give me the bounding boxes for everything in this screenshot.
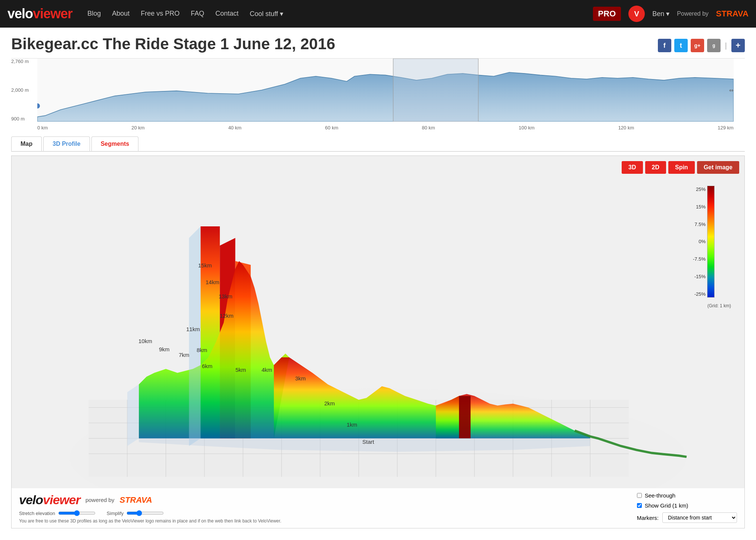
sliders-area: Stretch elevation Simplify — [19, 510, 281, 516]
y-label-min: 900 m — [11, 116, 37, 122]
bottom-veloviewer-logo: veloviewer — [19, 493, 80, 507]
social-bar: f t g+ g | + — [658, 39, 745, 52]
see-through-label: See-through — [645, 492, 676, 499]
scale-15p: 15% — [696, 204, 706, 210]
markers-label: Markers: — [637, 515, 659, 521]
main-content: Bikegear.cc The Ride Stage 1 June 12, 20… — [0, 28, 756, 536]
show-grid-checkbox[interactable] — [637, 503, 642, 508]
nav-faq[interactable]: FAQ — [191, 10, 204, 18]
3d-view-container: None 3D 2D Spin Get image — [11, 156, 745, 528]
scale-0: 0% — [699, 239, 706, 244]
3d-controls: 3D 2D Spin Get image — [622, 161, 739, 174]
nav-links: Blog About Free vs PRO FAQ Contact Cool … — [87, 10, 593, 18]
legal-text: You are free to use these 3D profiles as… — [19, 518, 281, 524]
3d-scene[interactable]: 15km 14km 13km 12km 11km 10km 9km 7km 8k… — [12, 156, 744, 528]
bottom-bar: veloviewer powered by STRAVA Stretch ele… — [12, 488, 744, 528]
stretch-slider-group: Stretch elevation — [19, 510, 96, 516]
stretch-slider[interactable] — [58, 510, 96, 516]
scale-m7p5: -7.5% — [693, 256, 706, 262]
tab-3d-profile[interactable]: 3D Profile — [43, 136, 90, 151]
add-icon[interactable]: + — [731, 39, 745, 52]
elevation-x-axis: 0 km 20 km 40 km 60 km 80 km 100 km 120 … — [37, 122, 734, 133]
x-label-100: 100 km — [519, 125, 535, 131]
facebook-icon[interactable]: f — [658, 39, 671, 52]
show-grid-label: Show Grid (1 km) — [645, 502, 688, 509]
scale-25p: 25% — [696, 186, 706, 192]
tab-segments[interactable]: Segments — [91, 136, 138, 151]
x-label-20: 20 km — [131, 125, 144, 131]
svg-rect-0 — [393, 59, 478, 122]
pro-badge: PRO — [593, 7, 621, 21]
svg-rect-23 — [459, 396, 471, 439]
elevation-chart-area[interactable]: ⇔ — [37, 59, 734, 122]
resize-handle[interactable]: ⇔ — [729, 87, 734, 93]
btn-get-image[interactable]: Get image — [697, 161, 739, 174]
btn-3d[interactable]: 3D — [622, 161, 643, 174]
googlemaps-icon[interactable]: g — [707, 39, 721, 52]
markers-select[interactable]: Distance from start — [662, 512, 737, 523]
simplify-slider[interactable] — [126, 510, 164, 516]
strava-logo: STRAVA — [716, 9, 749, 19]
x-label-0: 0 km — [37, 125, 48, 131]
user-menu[interactable]: Ben ▾ — [652, 10, 669, 18]
see-through-row: See-through — [637, 492, 676, 499]
y-label-mid: 2,000 m — [11, 87, 37, 93]
twitter-icon[interactable]: t — [674, 39, 688, 52]
view-tabs: Map 3D Profile Segments — [11, 136, 745, 152]
x-label-120: 120 km — [618, 125, 634, 131]
x-label-40: 40 km — [228, 125, 241, 131]
simplify-label: Simplify — [107, 511, 124, 516]
scale-m25: -25% — [694, 291, 706, 297]
btn-spin[interactable]: Spin — [668, 161, 695, 174]
elevation-chart: 2,760 m 2,000 m 900 m ⇔ 0 km — [11, 58, 745, 133]
right-controls: See-through Show Grid (1 km) Markers: Di… — [637, 492, 737, 523]
bottom-powered-label: powered by — [85, 497, 115, 503]
powered-by-label: Powered by — [677, 10, 709, 17]
see-through-checkbox[interactable] — [637, 493, 642, 498]
scale-7p5: 7.5% — [694, 222, 706, 227]
markers-row: Markers: Distance from start — [637, 512, 737, 523]
simplify-slider-group: Simplify — [107, 510, 164, 516]
y-label-max: 2,760 m — [11, 59, 37, 64]
stretch-label: Stretch elevation — [19, 511, 55, 516]
x-label-60: 60 km — [325, 125, 338, 131]
nav-blog[interactable]: Blog — [87, 10, 101, 18]
btn-2d[interactable]: 2D — [645, 161, 666, 174]
elevation-y-axis: 2,760 m 2,000 m 900 m — [11, 59, 37, 122]
nav-freeVsPro[interactable]: Free vs PRO — [141, 10, 179, 18]
x-label-end: 129 km — [718, 125, 734, 131]
grid-note: (Grid: 1 km) — [707, 303, 731, 308]
scale-m15: -15% — [694, 274, 706, 279]
veloviewer-icon: V — [628, 6, 645, 22]
tab-map[interactable]: Map — [11, 136, 42, 151]
googleplus-icon[interactable]: g+ — [691, 39, 704, 52]
show-grid-row: Show Grid (1 km) — [637, 502, 688, 509]
navigation-bar: veloviewer Blog About Free vs PRO FAQ Co… — [0, 0, 756, 28]
svg-marker-24 — [127, 384, 139, 446]
nav-coolstuff[interactable]: Cool stuff ▾ — [250, 10, 283, 18]
page-title: Bikegear.cc The Ride Stage 1 June 12, 20… — [11, 35, 335, 53]
bottom-strava-label: STRAVA — [119, 495, 152, 505]
svg-marker-25 — [189, 226, 200, 446]
bottom-logo-area: veloviewer powered by STRAVA — [19, 493, 281, 507]
x-label-80: 80 km — [422, 125, 435, 131]
nav-about[interactable]: About — [112, 10, 129, 18]
nav-right: PRO V Ben ▾ Powered by STRAVA — [593, 6, 749, 22]
site-logo[interactable]: veloviewer — [7, 6, 72, 22]
nav-contact[interactable]: Contact — [215, 10, 238, 18]
